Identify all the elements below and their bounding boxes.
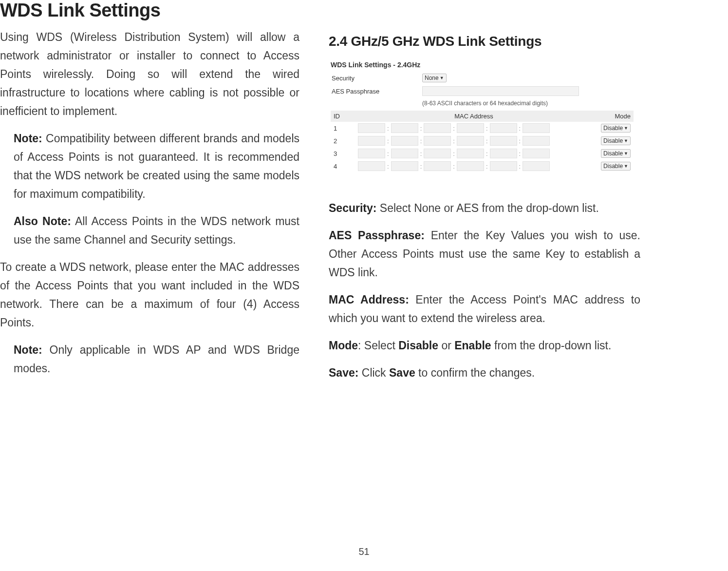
screenshot-title: WDS Link Settings - 2.4GHz — [331, 61, 634, 69]
mode-select[interactable]: Disable▼ — [601, 162, 631, 171]
desc: : Select — [358, 339, 398, 352]
mac-octet-input[interactable] — [457, 149, 484, 158]
row-id: 4 — [331, 163, 356, 170]
mode-select-value: Disable — [603, 137, 623, 144]
note-body-3: Only applicable in WDS AP and WDS Bridge… — [14, 343, 299, 375]
table-row: 3 : : : : : Disable▼ — [331, 147, 634, 160]
mac-separator: : — [452, 137, 456, 145]
mac-octet-input[interactable] — [490, 136, 517, 146]
mac-octet-input[interactable] — [358, 136, 385, 146]
aes-hint: (8-63 ASCII characters or 64 hexadecimal… — [422, 100, 548, 107]
mac-separator: : — [518, 150, 522, 157]
mac-octet-input[interactable] — [490, 123, 517, 133]
mac-octet-input[interactable] — [457, 136, 484, 146]
field-desc-mac: MAC Address: Enter the Access Point's MA… — [329, 290, 640, 327]
note-body: Compatibility between different brands a… — [14, 132, 299, 200]
desc: Click — [358, 366, 389, 379]
mac-separator: : — [452, 163, 456, 170]
aes-label: AES Passphrase — [332, 88, 418, 95]
mac-separator: : — [518, 137, 522, 145]
left-column: Using WDS (Wireless Distribution System)… — [0, 28, 299, 391]
mac-address-fields: : : : : : — [356, 161, 592, 171]
mac-separator: : — [419, 137, 423, 145]
mac-separator: : — [452, 125, 456, 132]
mac-octet-input[interactable] — [391, 136, 418, 146]
option-disable: Disable — [398, 339, 438, 352]
aes-hint-row: (8-63 ASCII characters or 64 hexadecimal… — [331, 98, 634, 109]
mac-octet-input[interactable] — [523, 123, 550, 133]
mode-cell: Disable▼ — [592, 149, 634, 158]
row-id: 1 — [331, 125, 356, 132]
page-title: WDS Link Settings — [0, 0, 728, 21]
mac-address-fields: : : : : : — [356, 123, 592, 133]
desc: or — [438, 339, 454, 352]
mac-separator: : — [419, 163, 423, 170]
label: Mode — [329, 339, 358, 352]
note-compatibility: Note: Compatibility between different br… — [0, 129, 299, 203]
mac-separator: : — [386, 137, 390, 145]
paragraph-create-wds: To create a WDS network, please enter th… — [0, 258, 299, 332]
action-save: Save — [389, 366, 415, 379]
th-mac: MAC Address — [356, 113, 592, 120]
mac-separator: : — [518, 163, 522, 170]
mac-octet-input[interactable] — [523, 136, 550, 146]
mac-octet-input[interactable] — [358, 161, 385, 171]
row-id: 2 — [331, 137, 356, 145]
mac-separator: : — [419, 125, 423, 132]
security-select[interactable]: None▼ — [422, 74, 447, 82]
mac-octet-input[interactable] — [424, 136, 451, 146]
mac-octet-input[interactable] — [424, 123, 451, 133]
label: Security: — [329, 202, 376, 214]
document-page: WDS Link Settings Using WDS (Wireless Di… — [0, 0, 728, 571]
mode-cell: Disable▼ — [592, 162, 634, 171]
chevron-down-icon: ▼ — [624, 138, 628, 143]
note-label-3: Note: — [14, 343, 42, 356]
chevron-down-icon: ▼ — [440, 76, 444, 80]
option-enable: Enable — [454, 339, 491, 352]
mac-separator: : — [386, 125, 390, 132]
section-heading: 2.4 GHz/5 GHz WDS Link Settings — [329, 34, 640, 49]
mac-octet-input[interactable] — [523, 149, 550, 158]
th-mode: Mode — [592, 113, 634, 120]
mac-octet-input[interactable] — [523, 161, 550, 171]
mac-octet-input[interactable] — [457, 161, 484, 171]
security-label: Security — [332, 75, 418, 82]
mac-octet-input[interactable] — [490, 161, 517, 171]
mac-octet-input[interactable] — [358, 123, 385, 133]
mode-select[interactable]: Disable▼ — [601, 149, 631, 158]
label: Save: — [329, 366, 358, 379]
mode-select-value: Disable — [603, 125, 623, 132]
mac-octet-input[interactable] — [490, 149, 517, 158]
aes-passphrase-input[interactable] — [422, 86, 579, 96]
field-desc-security: Security: Select None or AES from the dr… — [329, 199, 640, 217]
mac-address-fields: : : : : : — [356, 149, 592, 158]
mac-octet-input[interactable] — [391, 123, 418, 133]
aes-row: AES Passphrase — [331, 84, 634, 98]
mac-octet-input[interactable] — [358, 149, 385, 158]
chevron-down-icon: ▼ — [624, 164, 628, 169]
right-column: 2.4 GHz/5 GHz WDS Link Settings WDS Link… — [329, 28, 640, 391]
mac-separator: : — [419, 150, 423, 157]
note-applicable: Note: Only applicable in WDS AP and WDS … — [0, 341, 299, 378]
mac-address-fields: : : : : : — [356, 136, 592, 146]
mac-separator: : — [386, 163, 390, 170]
mac-separator: : — [485, 137, 489, 145]
mac-separator: : — [518, 125, 522, 132]
mac-octet-input[interactable] — [424, 149, 451, 158]
label: AES Passphrase: — [329, 229, 425, 242]
mode-select-value: Disable — [603, 150, 623, 157]
mac-octet-input[interactable] — [457, 123, 484, 133]
note-same-channel: Also Note: All Access Points in the WDS … — [0, 212, 299, 249]
field-desc-save: Save: Click Save to confirm the changes. — [329, 363, 640, 382]
mode-select[interactable]: Disable▼ — [601, 124, 631, 133]
mac-octet-input[interactable] — [391, 149, 418, 158]
mac-separator: : — [485, 125, 489, 132]
mac-separator: : — [485, 150, 489, 157]
table-header: ID MAC Address Mode — [331, 111, 634, 122]
mac-octet-input[interactable] — [391, 161, 418, 171]
mac-separator: : — [485, 163, 489, 170]
mac-separator: : — [452, 150, 456, 157]
note-label: Note: — [14, 132, 42, 145]
mode-select[interactable]: Disable▼ — [601, 136, 631, 145]
mac-octet-input[interactable] — [424, 161, 451, 171]
